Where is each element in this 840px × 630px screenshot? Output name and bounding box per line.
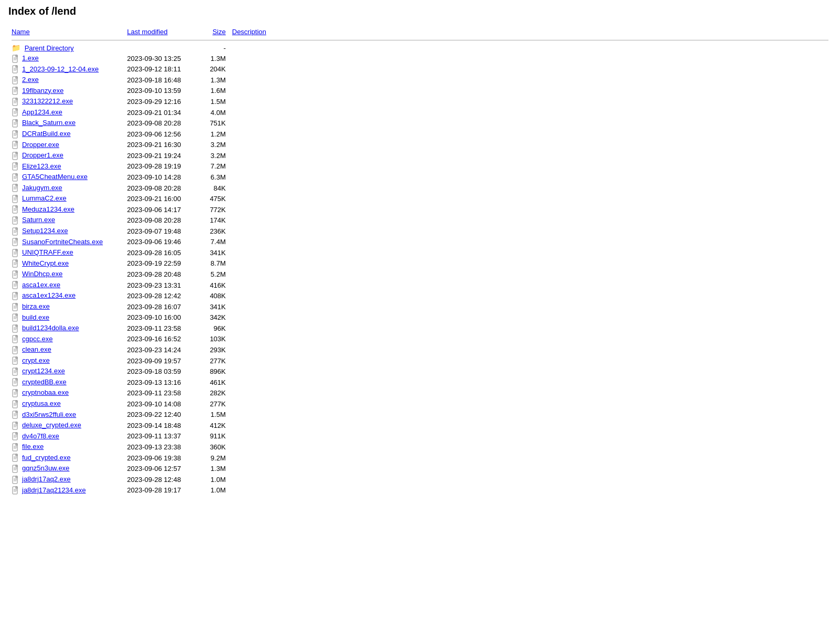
file-date: 2023-09-22 12:40 bbox=[124, 410, 197, 421]
file-icon bbox=[12, 368, 20, 376]
svg-rect-166 bbox=[16, 411, 17, 413]
file-icon bbox=[12, 141, 20, 149]
file-date: 2023-09-11 23:58 bbox=[124, 387, 197, 398]
file-description bbox=[229, 280, 832, 291]
file-size: 3.2M bbox=[197, 150, 229, 161]
file-description bbox=[229, 183, 832, 194]
file-link[interactable]: Setup1234.exe bbox=[22, 227, 68, 235]
file-link[interactable]: deluxe_crypted.exe bbox=[22, 421, 81, 429]
file-link[interactable]: fud_crypted.exe bbox=[22, 454, 71, 461]
file-link[interactable]: GTA5CheatMenu.exe bbox=[22, 173, 88, 181]
file-link[interactable]: ja8drj17aq2.exe bbox=[22, 475, 71, 483]
file-icon bbox=[12, 411, 20, 419]
file-size: 1.2M bbox=[197, 129, 229, 140]
table-row: Dropper.exe2023-09-21 16:303.2M bbox=[8, 140, 832, 151]
file-link[interactable]: birza.exe bbox=[22, 302, 50, 310]
file-link[interactable]: Dropper.exe bbox=[22, 141, 59, 149]
file-icon bbox=[12, 65, 20, 74]
file-size: 1.3M bbox=[197, 53, 229, 64]
file-size: 751K bbox=[197, 118, 229, 129]
file-link[interactable]: 3231322212.exe bbox=[22, 97, 73, 105]
file-link[interactable]: LummaC2.exe bbox=[22, 194, 67, 202]
file-size: 1.0M bbox=[197, 485, 229, 496]
svg-rect-21 bbox=[16, 98, 17, 100]
svg-rect-16 bbox=[16, 87, 17, 89]
file-description bbox=[229, 64, 832, 75]
svg-rect-106 bbox=[16, 281, 17, 283]
file-link[interactable]: asca1ex.exe bbox=[22, 281, 60, 289]
table-row: cgpcc.exe2023-09-16 16:52103K bbox=[8, 334, 832, 345]
file-link[interactable]: gqnz5n3uw.exe bbox=[22, 464, 69, 472]
file-description bbox=[229, 86, 832, 97]
file-link[interactable]: d3xi5rws2ffuli.exe bbox=[22, 411, 76, 418]
file-icon bbox=[12, 454, 20, 462]
file-size: 1.0M bbox=[197, 474, 229, 485]
file-link[interactable]: 2.exe bbox=[22, 76, 39, 83]
file-icon bbox=[12, 55, 20, 63]
file-link[interactable]: App1234.exe bbox=[22, 108, 62, 116]
file-icon bbox=[12, 443, 20, 452]
file-icon bbox=[12, 119, 20, 128]
file-description bbox=[229, 150, 832, 161]
file-link[interactable]: file.exe bbox=[22, 443, 44, 450]
file-link[interactable]: build1234dolla.exe bbox=[22, 324, 79, 332]
sort-name-link[interactable]: Name bbox=[12, 28, 30, 36]
file-description bbox=[229, 96, 832, 107]
svg-rect-131 bbox=[16, 335, 17, 337]
file-icon bbox=[12, 227, 20, 236]
file-link[interactable]: dv4o7f8.exe bbox=[22, 432, 59, 440]
file-date: 2023-09-06 12:56 bbox=[124, 129, 197, 140]
file-link[interactable]: cgpcc.exe bbox=[22, 335, 53, 343]
file-icon bbox=[12, 130, 20, 139]
table-row: DCRatBuild.exe2023-09-06 12:561.2M bbox=[8, 129, 832, 140]
file-date: 2023-09-06 19:46 bbox=[124, 237, 197, 248]
parent-directory-row: 📁 Parent Directory - bbox=[8, 43, 832, 53]
file-link[interactable]: cryptusa.exe bbox=[22, 400, 61, 407]
file-link[interactable]: Meduza1234.exe bbox=[22, 205, 75, 213]
file-description bbox=[229, 442, 832, 453]
file-link[interactable]: Jakugym.exe bbox=[22, 184, 62, 192]
file-size: 293K bbox=[197, 344, 229, 355]
file-description bbox=[229, 377, 832, 388]
file-link[interactable]: ja8drj17aq21234.exe bbox=[22, 486, 86, 494]
file-icon bbox=[12, 162, 20, 171]
file-link[interactable]: cryptedBB.exe bbox=[22, 378, 67, 386]
file-date: 2023-09-10 13:59 bbox=[124, 86, 197, 97]
file-icon bbox=[12, 389, 20, 397]
file-link[interactable]: asca1ex1234.exe bbox=[22, 291, 76, 299]
file-link[interactable]: cryptnobaa.exe bbox=[22, 388, 69, 396]
file-icon bbox=[12, 216, 20, 225]
parent-directory-link[interactable]: Parent Directory bbox=[25, 44, 74, 52]
file-link[interactable]: WinDhcp.exe bbox=[22, 270, 62, 278]
file-link[interactable]: crypt.exe bbox=[22, 356, 50, 364]
file-link[interactable]: build.exe bbox=[22, 313, 49, 321]
file-link[interactable]: DCRatBuild.exe bbox=[22, 130, 71, 138]
file-link[interactable]: 1_2023-09-12_12-04.exe bbox=[22, 65, 99, 73]
file-link[interactable]: Black_Saturn.exe bbox=[22, 119, 76, 127]
file-date: 2023-09-10 14:28 bbox=[124, 172, 197, 183]
file-link[interactable]: UNIQTRAFF.exe bbox=[22, 248, 74, 256]
file-date: 2023-09-28 12:48 bbox=[124, 474, 197, 485]
file-description bbox=[229, 323, 832, 334]
file-link[interactable]: Dropper1.exe bbox=[22, 151, 64, 159]
file-date: 2023-09-30 13:25 bbox=[124, 53, 197, 64]
svg-rect-126 bbox=[16, 325, 17, 327]
file-link[interactable]: Elize123.exe bbox=[22, 162, 61, 170]
sort-size-link[interactable]: Size bbox=[213, 28, 226, 36]
sort-desc-link[interactable]: Description bbox=[232, 28, 266, 36]
file-link[interactable]: crypt1234.exe bbox=[22, 367, 65, 375]
file-size: 1.3M bbox=[197, 75, 229, 86]
file-date: 2023-09-06 19:38 bbox=[124, 453, 197, 464]
file-size: 282K bbox=[197, 387, 229, 398]
file-link[interactable]: SusanoFortniteCheats.exe bbox=[22, 238, 103, 246]
file-link[interactable]: WhiteCrypt.exe bbox=[22, 259, 69, 267]
table-row: ja8drj17aq21234.exe2023-09-28 19:171.0M bbox=[8, 485, 832, 496]
table-row: dv4o7f8.exe2023-09-11 13:37911K bbox=[8, 431, 832, 442]
file-link[interactable]: 19flbanzy.exe bbox=[22, 87, 64, 94]
sort-date-link[interactable]: Last modified bbox=[127, 28, 167, 36]
table-row: deluxe_crypted.exe2023-09-14 18:48412K bbox=[8, 420, 832, 431]
svg-rect-61 bbox=[16, 184, 17, 186]
file-link[interactable]: clean.exe bbox=[22, 345, 51, 353]
file-link[interactable]: Saturn.exe bbox=[22, 216, 55, 224]
file-link[interactable]: 1.exe bbox=[22, 54, 39, 62]
